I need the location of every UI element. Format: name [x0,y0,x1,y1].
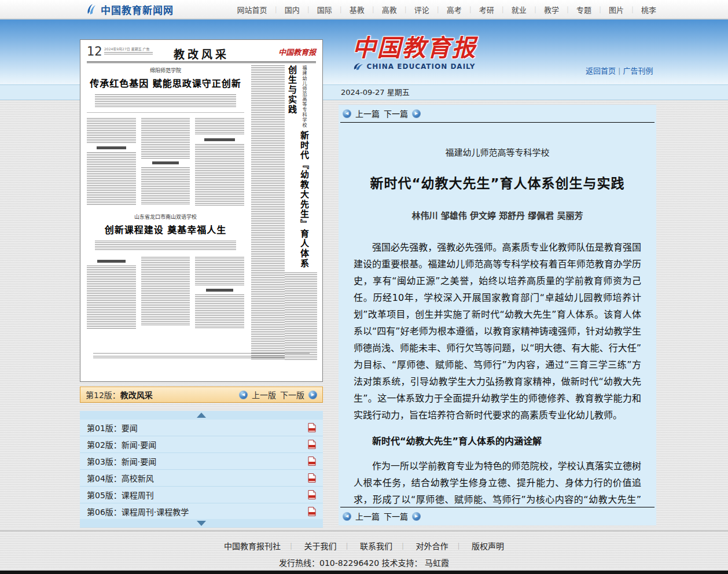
nav-item-home[interactable]: 网站首页 [237,4,267,15]
nav-item-international[interactable]: 国际 [317,4,332,15]
page-list-label: 第03版：新闻·要闻 [87,455,156,467]
site-logo[interactable]: 中国教育新闻网 [84,2,174,17]
nav-separator: ｜ [532,5,539,14]
next-article-icon[interactable] [412,512,421,521]
newspaper-left-zone: 绵阳师范学院 传承红色基因 赋能思政课守正创新 山东省龙口市南山双语学校 创新课… [87,67,244,329]
top-navigation-bar: 中国教育新闻网 网站首页｜ 国内｜ 国际｜ 基教｜ 高教｜ 评论｜ 高考｜ 考研… [0,0,728,19]
article-subheading: 新时代“幼教大先生”育人体系的内涵诠解 [354,433,641,450]
nav-item-special[interactable]: 专题 [576,4,591,15]
footer: 中国教育报刊社｜ 关于我们｜ 联系我们｜ 对外合作｜ 版权声明 发行热线：010… [0,535,728,574]
np-text-column [195,257,244,329]
nav-item-taoli[interactable]: 桃李 [641,4,656,15]
np-text-column [285,273,317,360]
next-edition-link[interactable]: 下一版 [280,389,304,400]
pdf-icon[interactable] [308,473,316,483]
site-logo-text: 中国教育新闻网 [101,2,174,17]
nav-item-teaching[interactable]: 教学 [544,4,559,15]
nav-separator: ｜ [564,5,571,14]
topnav-menu: 网站首页｜ 国内｜ 国际｜ 基教｜ 高教｜ 评论｜ 高考｜ 考研｜ 就业｜ 教学… [237,4,656,15]
nav-item-higher-edu[interactable]: 高教 [382,4,397,15]
newspaper-page-image[interactable]: 12 2024年9月27日 星期五 广告 教改风采 中国教育报 绵阳师范学院 传… [80,39,323,382]
next-article-link[interactable]: 下一篇 [384,510,408,522]
article-pretitle: 福建幼儿师范高等专科学校 [354,146,641,158]
daily-logo-icon [353,63,363,71]
issue-date: 2024-09-27 星期五 [341,88,410,97]
newspaper-header: 12 2024年9月27日 星期五 广告 教改风采 中国教育报 [87,45,316,63]
article-bottom-nav: 上一篇 下一篇 [339,507,656,525]
edition-number: 第12版： [86,389,120,400]
np-article2-columns [87,257,244,329]
page-list-item[interactable]: 第01版：要闻 [80,420,323,436]
np-article1-columns [87,118,244,205]
page-list-scroll-up[interactable] [80,411,323,420]
nav-item-employment[interactable]: 就业 [512,4,527,15]
nav-separator: ｜ [499,5,506,14]
pdf-icon[interactable] [308,423,316,432]
page-list-scroll-down[interactable] [80,519,323,528]
page-list-item[interactable]: 第03版：新闻·要闻 [80,453,323,470]
paper-name-calligraphy: 中国教育报 [345,35,484,61]
pdf-icon[interactable] [308,490,316,499]
next-article-icon[interactable] [412,109,421,118]
nav-separator: ｜ [273,5,280,14]
page-list-item[interactable]: 第06版：课程周刊·课程教学 [80,503,323,519]
nav-separator: ｜ [370,5,377,14]
np-article2-intro-microtext [95,241,236,251]
np-text-column [141,257,190,329]
np-text-column [195,118,244,205]
footer-link-separator: ｜ [288,543,295,551]
prev-article-link[interactable]: 上一篇 [355,510,380,522]
prev-edition-link[interactable]: 上一版 [252,389,276,400]
page-list-label: 第05版：课程周刊 [87,489,154,501]
pdf-icon[interactable] [308,440,316,449]
np-text-column [141,118,190,205]
prev-article-link[interactable]: 上一篇 [355,108,380,119]
nav-item-domestic[interactable]: 国内 [285,4,300,15]
paper-masthead: 中国教育报 CHINA EDUCATION DAILY [345,35,484,71]
np-foot-microtext [93,356,310,359]
back-home-link[interactable]: 返回首页 [586,67,616,75]
article-text: 强国必先强教，强教必先强师。高素质专业化教师队伍是教育强国建设的重要根基。福建幼… [354,239,641,507]
pdf-icon[interactable] [308,507,316,516]
np-vertical-headline: 福建幼儿师范高等专科学校 新时代『幼教大先生』育人体系创生与实践 [286,65,310,269]
pdf-icon[interactable] [308,457,316,466]
next-article-link[interactable]: 下一篇 [384,108,408,119]
page-list-item[interactable]: 第04版：高校新风 [80,470,323,487]
footer-link-separator: ｜ [399,543,406,551]
nav-item-comment[interactable]: 评论 [414,4,429,15]
np-article1-pretitle: 绵阳师范学院 [87,67,244,74]
prev-edition-icon[interactable] [239,391,248,399]
footer-link-copyright-notice[interactable]: 版权声明 [472,542,504,551]
footer-link-about[interactable]: 关于我们 [304,542,337,551]
page-list-label: 第06版：课程周刊·课程教学 [87,506,189,517]
newspaper-issue-phone-microtext [104,52,153,55]
footer-links: 中国教育报刊社｜ 关于我们｜ 联系我们｜ 对外合作｜ 版权声明 [0,540,728,551]
newspaper-body: 绵阳师范学院 传承红色基因 赋能思政课守正创新 山东省龙口市南山双语学校 创新课… [87,65,316,364]
page-list-label: 第04版：高校新风 [87,472,154,484]
page-list-label: 第01版：要闻 [87,422,138,433]
footer-link-contact[interactable]: 联系我们 [360,542,392,551]
nav-item-kaoyan[interactable]: 考研 [479,4,494,15]
nav-item-basic-edu[interactable]: 基教 [350,4,365,15]
paper-name-english-row: CHINA EDUCATION DAILY [345,62,484,71]
page-list-item[interactable]: 第02版：新闻·要闻 [80,436,323,453]
np-text-column [87,257,136,329]
next-edition-icon[interactable] [308,391,317,399]
nav-item-gaokao[interactable]: 高考 [447,4,462,15]
footer-link-press[interactable]: 中国教育报刊社 [224,542,281,551]
prev-article-icon[interactable] [343,109,351,118]
np-article2-pretitle: 山东省龙口市南山双语学校 [87,213,244,220]
footer-link-cooperation[interactable]: 对外合作 [416,542,448,551]
page-list-label: 第02版：新闻·要闻 [87,439,156,450]
ad-rates-link[interactable]: 广告刊例 [623,67,653,75]
page-list-item[interactable]: 第05版：课程周刊 [80,487,323,503]
np-divider [87,112,244,113]
article-content-box: 上一篇 下一篇 福建幼儿师范高等专科学校 新时代“幼教大先生”育人体系创生与实践… [339,105,656,525]
footer-link-separator: ｜ [455,543,462,551]
nav-item-pictures[interactable]: 图片 [609,4,624,15]
np-article1-title: 传承红色基因 赋能思政课守正创新 [87,76,244,90]
nav-separator: ｜ [402,5,409,14]
prev-article-icon[interactable] [343,512,351,521]
triangle-up-icon [197,413,206,418]
article-paragraph: 作为一所以学前教育专业为特色的师范院校，学校认真落实立德树人根本任务，结合幼教学… [354,458,641,507]
